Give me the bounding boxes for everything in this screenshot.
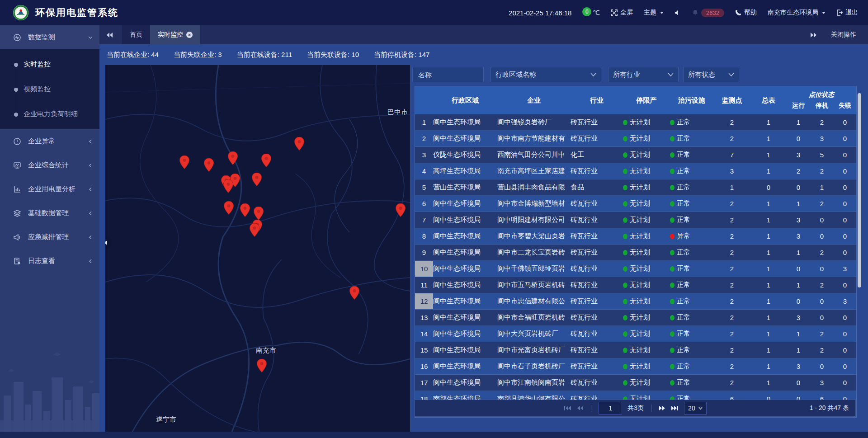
status-dot: [670, 201, 675, 207]
cell-stopped: 0: [810, 310, 834, 325]
sidebar-item[interactable]: 企业异常: [0, 129, 99, 153]
table-scrollbar-thumb[interactable]: [858, 93, 861, 287]
cell-region: 高坪生态环境局: [433, 163, 497, 179]
map-pin-icon[interactable]: [257, 359, 267, 372]
tab-home[interactable]: 首页: [122, 25, 150, 44]
prev-page-icon[interactable]: [577, 405, 584, 411]
first-page-icon[interactable]: [564, 405, 571, 411]
cell-limit-production: 无计划: [623, 179, 670, 195]
group-title: 点位状态: [787, 91, 856, 99]
sidebar-subitem[interactable]: 企业电力负荷明细: [0, 102, 99, 127]
fullscreen-button[interactable]: 全屏: [611, 9, 633, 17]
cell-industry: 砖瓦行业: [571, 131, 623, 146]
map-pin-icon[interactable]: [261, 154, 271, 167]
theme-dropdown[interactable]: 主题: [644, 9, 664, 17]
table-row[interactable]: 9阆中生态环境局阆中市二龙长宝页岩砖砖瓦行业无计划正常21120: [415, 245, 856, 261]
cell-limit-production: 无计划: [623, 375, 670, 391]
notifications-button[interactable]: 2632: [692, 9, 724, 17]
page-number-input[interactable]: [599, 402, 622, 414]
map-pin-icon[interactable]: [224, 201, 234, 215]
map-pin-icon[interactable]: [294, 137, 304, 151]
close-tab-icon[interactable]: ×: [186, 32, 193, 38]
table-row[interactable]: 3仪陇生态环境局西南油气田分公司川中化工无计划正常71350: [415, 147, 856, 163]
cell-limit-production: 无计划: [623, 131, 670, 146]
region-select[interactable]: 行政区域名称: [491, 67, 601, 82]
sidebar-submenu: 实时监控视频监控企业电力负荷明细: [0, 49, 99, 129]
industry-select[interactable]: 所有行业: [608, 67, 679, 82]
help-button[interactable]: 帮助: [735, 9, 757, 17]
row-index: 11: [415, 277, 433, 293]
sidebar-item[interactable]: 日志查看: [0, 249, 99, 273]
next-page-icon[interactable]: [659, 405, 665, 411]
cell-stopped: 2: [810, 163, 834, 179]
cell-pollution-facility: 正常: [670, 326, 713, 342]
table-row[interactable]: 2阆中生态环境局阆中市南方节能建材有砖瓦行业无计划正常21030: [415, 131, 856, 147]
status-dot: [623, 169, 627, 174]
cell-offline: 3: [834, 293, 856, 309]
status-select[interactable]: 所有状态: [683, 67, 739, 82]
mute-button[interactable]: [675, 9, 681, 16]
tabs-scroll-right-icon[interactable]: [810, 32, 817, 38]
logout-button[interactable]: 退出: [836, 9, 858, 17]
cell-stopped: 0: [810, 261, 834, 277]
tab-realtime-monitor[interactable]: 实时监控 ×: [150, 25, 200, 44]
header-cell: 治污设施: [670, 86, 713, 114]
cell-company: 南部县鸿华山河有限公: [497, 391, 571, 400]
sidebar-item[interactable]: 企业综合统计: [0, 153, 99, 177]
table-row[interactable]: 10阆中生态环境局阆中千佛镇五郎垭页岩砖瓦行业无计划正常21003: [415, 261, 856, 277]
map-pin-icon[interactable]: [254, 207, 264, 220]
page-size-select[interactable]: 20: [684, 402, 707, 414]
map-pin-icon[interactable]: [396, 203, 406, 217]
table-row[interactable]: 5营山生态环境局营山县润丰肉食品有限食品无计划正常10010: [415, 179, 856, 196]
map-panel[interactable]: 巴中市南充市遂宁市: [105, 65, 410, 432]
table-row[interactable]: 7阆中生态环境局阆中明阳建材有限公司砖瓦行业无计划正常21300: [415, 212, 856, 228]
cell-region: 阆中生态环境局: [433, 114, 497, 130]
last-page-icon[interactable]: [671, 405, 679, 411]
sidebar-subitem[interactable]: 视频监控: [0, 77, 99, 102]
cell-monitor-points: 2: [713, 245, 750, 260]
sidebar-item-label: 基础数据管理: [28, 209, 88, 217]
sidebar-item[interactable]: 应急减排管理: [0, 225, 99, 249]
map-pin-icon[interactable]: [240, 203, 250, 217]
map-pin-icon[interactable]: [204, 158, 214, 172]
status-dot: [623, 201, 627, 207]
stat-item: 当前在线企业: 44: [107, 51, 159, 59]
header-group-point-status: 点位状态运行停机失联: [787, 86, 856, 114]
close-operations-button[interactable]: 关闭操作: [831, 31, 856, 39]
table-row[interactable]: 11阆中生态环境局阆中市五马桥页岩机砖砖瓦行业无计划正常21120: [415, 277, 856, 293]
map-pin-icon[interactable]: [250, 223, 259, 237]
cell-total-meter: 1: [750, 293, 787, 309]
table-row[interactable]: 4高坪生态环境局南充市高坪区王家店建砖瓦行业无计划正常31220: [415, 163, 856, 179]
sidebar-item[interactable]: 数据监测: [0, 25, 99, 49]
sidebar-item[interactable]: 基础数据管理: [0, 201, 99, 225]
sidebar-subitem[interactable]: 实时监控: [0, 52, 99, 77]
cell-monitor-points: 2: [713, 326, 750, 342]
map-pin-icon[interactable]: [223, 179, 233, 193]
map-pin-icon[interactable]: [228, 151, 238, 165]
sidebar-item[interactable]: 企业用电量分析: [0, 177, 99, 201]
map-pin-icon[interactable]: [252, 173, 262, 186]
table-row[interactable]: 6阆中生态环境局阆中市金博瑞新型墙材砖瓦行业无计划正常21120: [415, 196, 856, 212]
bullet-icon: [14, 88, 18, 92]
table-row[interactable]: 15阆中生态环境局阆中市光富页岩机砖厂砖瓦行业无计划正常21120: [415, 342, 856, 358]
cell-limit-production: 无计划: [623, 245, 670, 260]
status-dot: [623, 348, 627, 353]
name-search-input-box[interactable]: [412, 67, 484, 82]
map-pin-icon[interactable]: [179, 155, 189, 169]
table-row[interactable]: 16阆中生态环境局阆中市石子页岩机砖厂砖瓦行业无计划正常21300: [415, 358, 856, 375]
table-row[interactable]: 17阆中生态环境局阆中市江南镇阆南页岩砖瓦行业无计划正常21030: [415, 375, 856, 391]
map-pin-icon[interactable]: [349, 286, 359, 300]
table-row[interactable]: 13阆中生态环境局阆中市金福旺页岩机砖砖瓦行业无计划正常21300: [415, 310, 856, 326]
table-row[interactable]: 8阆中生态环境局阆中市枣碧大梁山页岩砖瓦行业无计划异常21300: [415, 228, 856, 245]
name-search-input[interactable]: [417, 71, 479, 79]
table-row[interactable]: 18南部生态环境局南部县鸿华山河有限公砖瓦行业无计划正常60060: [415, 391, 856, 400]
table-row[interactable]: 14阆中生态环境局阆中大兴页岩机砖厂砖瓦行业无计划正常21120: [415, 326, 856, 342]
tabs-scroll-left-icon[interactable]: [106, 32, 113, 38]
status-dot: [670, 136, 675, 141]
cell-region: 南部生态环境局: [433, 391, 497, 400]
org-dropdown[interactable]: 南充市生态环境局: [768, 9, 826, 17]
table-row[interactable]: 1阆中生态环境局阆中强锐页岩砖厂砖瓦行业无计划正常21120: [415, 114, 856, 131]
row-index: 15: [415, 342, 433, 358]
cell-company: 阆中强锐页岩砖厂: [497, 114, 571, 130]
table-row[interactable]: 12阆中生态环境局阆中市忠信建材有限公砖瓦行业无计划正常21003: [415, 293, 856, 310]
